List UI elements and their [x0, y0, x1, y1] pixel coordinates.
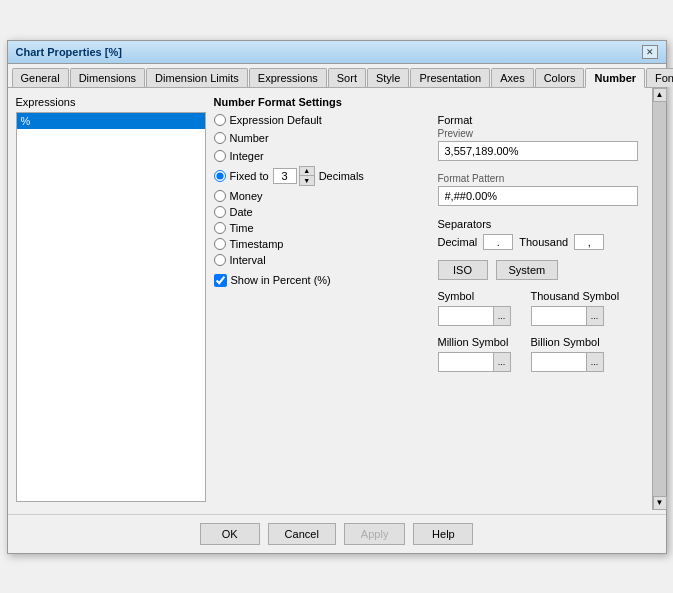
tab-axes[interactable]: Axes [491, 68, 533, 87]
bottom-buttons: OK Cancel Apply Help [8, 514, 666, 553]
scroll-track[interactable] [653, 102, 666, 496]
tab-general[interactable]: General [12, 68, 69, 87]
thousand-symbol-input-row: ... [531, 306, 620, 326]
scroll-down-button[interactable]: ▼ [653, 496, 667, 510]
radio-timestamp-input[interactable] [214, 238, 226, 250]
expressions-list[interactable]: % [16, 112, 206, 502]
radio-number-label: Number [230, 132, 269, 144]
thousand-symbol-group: Thousand Symbol ... [531, 290, 620, 326]
tab-expressions[interactable]: Expressions [249, 68, 327, 87]
format-title: Format [438, 114, 644, 126]
symbol-section: Symbol ... Thousand Symbol [438, 290, 644, 372]
cancel-button[interactable]: Cancel [268, 523, 336, 545]
tab-font[interactable]: Font [646, 68, 673, 87]
format-pattern-section: Format Pattern [438, 173, 644, 214]
radio-interval-input[interactable] [214, 254, 226, 266]
billion-symbol-browse-button[interactable]: ... [586, 352, 604, 372]
radio-expression-default-input[interactable] [214, 114, 226, 126]
thousand-symbol-label: Thousand Symbol [531, 290, 620, 302]
tab-presentation[interactable]: Presentation [410, 68, 490, 87]
fixed-to-spinner-up[interactable]: ▲ [300, 167, 314, 176]
number-format-col: Expression Default Number Precision [214, 114, 414, 287]
separators-row: Decimal Thousand [438, 234, 644, 250]
fixed-to-value-input[interactable] [273, 168, 297, 184]
vertical-scrollbar[interactable]: ▲ ▼ [652, 88, 666, 510]
expression-item-percent[interactable]: % [17, 113, 205, 129]
preview-input[interactable] [438, 141, 638, 161]
iso-button[interactable]: ISO [438, 260, 488, 280]
format-section: Format Preview Format Pattern Separators [438, 114, 644, 372]
million-symbol-browse-button[interactable]: ... [493, 352, 511, 372]
radio-date-label: Date [230, 206, 253, 218]
tab-number[interactable]: Number [585, 68, 645, 88]
ok-button[interactable]: OK [200, 523, 260, 545]
system-button[interactable]: System [496, 260, 559, 280]
thousand-symbol-browse-button[interactable]: ... [586, 306, 604, 326]
million-symbol-input[interactable] [438, 352, 493, 372]
radio-fixed-to-input[interactable] [214, 170, 226, 182]
radio-number: Number Precision [214, 130, 414, 146]
symbol-browse-button[interactable]: ... [493, 306, 511, 326]
tab-style[interactable]: Style [367, 68, 409, 87]
symbol-row-1: Symbol ... Thousand Symbol [438, 290, 644, 326]
format-pattern-label: Format Pattern [438, 173, 644, 184]
radio-interval: Interval [214, 254, 414, 266]
symbol-input-row: ... [438, 306, 511, 326]
tab-colors[interactable]: Colors [535, 68, 585, 87]
radio-timestamp: Timestamp [214, 238, 414, 250]
number-format-settings-title: Number Format Settings [214, 96, 644, 108]
radio-time-input[interactable] [214, 222, 226, 234]
format-radio-group: Expression Default Number Precision [214, 114, 414, 266]
radio-integer-input[interactable] [214, 150, 226, 162]
billion-symbol-group: Billion Symbol ... [531, 336, 604, 372]
format-col: Format Preview Format Pattern Separators [430, 114, 644, 372]
tabs-bar: General Dimensions Dimension Limits Expr… [8, 64, 666, 88]
tab-dimensions[interactable]: Dimensions [70, 68, 145, 87]
scroll-up-button[interactable]: ▲ [653, 88, 667, 102]
fixed-to-controls: ▲ ▼ [273, 166, 315, 186]
billion-symbol-label: Billion Symbol [531, 336, 604, 348]
decimal-label: Decimal [438, 236, 478, 248]
apply-button[interactable]: Apply [344, 523, 406, 545]
radio-time: Time [214, 222, 414, 234]
thousand-label: Thousand [519, 236, 568, 248]
two-cols: Expression Default Number Precision [214, 114, 644, 372]
format-pattern-input[interactable] [438, 186, 638, 206]
radio-expression-default-label: Expression Default [230, 114, 322, 126]
thousand-symbol-input[interactable] [531, 306, 586, 326]
window-title: Chart Properties [%] [16, 46, 122, 58]
title-bar: Chart Properties [%] ✕ [8, 41, 666, 64]
radio-money-input[interactable] [214, 190, 226, 202]
radio-expression-default: Expression Default [214, 114, 414, 126]
title-bar-controls: ✕ [642, 45, 658, 59]
close-button[interactable]: ✕ [642, 45, 658, 59]
million-symbol-input-row: ... [438, 352, 511, 372]
decimal-input[interactable] [483, 234, 513, 250]
radio-integer: Integer [214, 150, 414, 162]
billion-symbol-input[interactable] [531, 352, 586, 372]
radio-time-label: Time [230, 222, 254, 234]
preview-label: Preview [438, 128, 644, 139]
million-symbol-label: Million Symbol [438, 336, 511, 348]
radio-timestamp-label: Timestamp [230, 238, 284, 250]
radio-date-input[interactable] [214, 206, 226, 218]
show-in-percent-checkbox[interactable] [214, 274, 227, 287]
fixed-to-spinner-down[interactable]: ▼ [300, 176, 314, 185]
radio-money: Money [214, 190, 414, 202]
right-panel: Number Format Settings Expression Defaul… [214, 96, 644, 502]
radio-number-input[interactable] [214, 132, 226, 144]
symbol-group: Symbol ... [438, 290, 511, 326]
fixed-to-spinner: ▲ ▼ [299, 166, 315, 186]
tab-dimension-limits[interactable]: Dimension Limits [146, 68, 248, 87]
content-area: Expressions % Number Format Settings [8, 88, 652, 510]
million-symbol-group: Million Symbol ... [438, 336, 511, 372]
symbol-label: Symbol [438, 290, 511, 302]
thousand-input[interactable] [574, 234, 604, 250]
tab-sort[interactable]: Sort [328, 68, 366, 87]
radio-integer-label: Integer [230, 150, 264, 162]
separators-label: Separators [438, 218, 644, 230]
symbol-input[interactable] [438, 306, 493, 326]
radio-fixed-to: Fixed to ▲ ▼ Decimals [214, 166, 414, 186]
radio-money-label: Money [230, 190, 263, 202]
help-button[interactable]: Help [413, 523, 473, 545]
